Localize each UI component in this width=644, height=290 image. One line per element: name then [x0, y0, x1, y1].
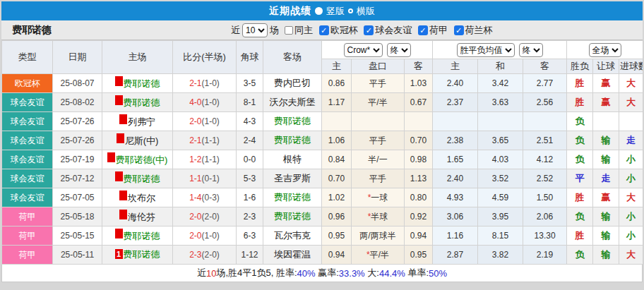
match-date: 25-07-26 [53, 112, 102, 131]
competition-filter[interactable]: ✓荷兰杯 [451, 25, 493, 35]
radio-horizontal-label[interactable]: 横版 [357, 5, 375, 18]
match-count-select[interactable]: 10 [242, 23, 268, 37]
match-date: 25-07-19 [53, 150, 102, 169]
avg-odds-header: 胜平负均值 终 [433, 41, 567, 59]
col-header-result-handicap: 让球 [593, 59, 619, 74]
match-date: 25-05-18 [53, 207, 102, 226]
competition-checkboxes: 同主 ✓欧冠杯 ✓球会友谊 ✓荷甲 ✓荷兰杯 [281, 24, 493, 37]
corner-count: 8-1 [237, 93, 263, 112]
checkbox-icon[interactable]: ✓ [454, 25, 464, 35]
table-row: 球会友谊 25-07-26 尼斯(中) 2-1(1-1) 2-4 费耶诺德 1.… [2, 131, 643, 150]
checkbox-label[interactable]: 欧冠杯 [330, 25, 358, 35]
competition-filter[interactable]: ✓球会友谊 [360, 25, 412, 35]
odds-away: 0.80 [405, 188, 433, 207]
footer-stat-segment: 40% [297, 268, 316, 279]
odds-handicap: 平手 [352, 131, 405, 150]
competition-filter[interactable]: 同主 [281, 25, 313, 35]
avg-away: 2.56 [523, 93, 567, 112]
avg-home: 2.37 [433, 93, 478, 112]
result-goals [619, 112, 643, 131]
odds-home: 1.17 [322, 93, 352, 112]
result-handicap [593, 112, 619, 131]
corner-count: 3-5 [237, 74, 263, 93]
col-header-avg-draw: 和 [478, 59, 523, 74]
result-wdl: 负 [567, 112, 593, 131]
match-type-badge: 球会友谊 [2, 150, 53, 169]
odds-home: 0.96 [322, 207, 352, 226]
table-row: 球会友谊 25-07-26 列弗宁 2-0(1-0) 4-3 费耶诺德 负 [2, 112, 643, 131]
score-cell: 2-0(1-0) [173, 112, 237, 131]
odds-away: 1.03 [405, 74, 433, 93]
summary-footer: 近10场,胜4平1负5, 胜率:40% 赢率:33.3% 大:44.4% 单率:… [1, 265, 643, 282]
avg-draw: 3.65 [478, 131, 523, 150]
result-wdl: 负 [567, 207, 593, 226]
result-goals: 大 [619, 246, 643, 265]
odds-handicap: 平手 [352, 74, 405, 93]
home-team: 费耶诺德 [102, 226, 173, 246]
checkbox-label[interactable]: 球会友谊 [375, 25, 412, 35]
away-team: 根特 [263, 150, 322, 169]
home-team: 费耶诺德(中) [102, 150, 173, 169]
odds-stage-select[interactable]: 终 [387, 43, 411, 57]
checkbox-label[interactable]: 荷兰杯 [465, 25, 493, 35]
avg-away: 2.77 [523, 74, 567, 93]
competition-filter[interactable]: ✓荷甲 [415, 25, 448, 35]
avg-away: 4.12 [523, 150, 567, 169]
radio-vertical-label[interactable]: 竖版 [326, 5, 345, 18]
home-team: 费耶诺德 [102, 169, 173, 188]
half-time-score: (1-1) [202, 135, 220, 145]
rank-badge: 1 [115, 249, 123, 259]
home-team: 费耶诺德 [102, 93, 173, 112]
avg-draw: 3.42 [478, 74, 523, 93]
rank-badge [117, 133, 124, 143]
rank-badge [115, 171, 123, 181]
checkbox-label[interactable]: 同主 [294, 25, 313, 35]
avg-home: 1.65 [433, 150, 478, 169]
odds-source-select[interactable]: Crow* [344, 43, 383, 57]
competition-filter[interactable]: ✓欧冠杯 [316, 25, 358, 35]
result-handicap: 赢 [593, 188, 619, 207]
footer-stat-segment: 10 [206, 268, 216, 279]
odds-handicap: 两/两球半 [352, 226, 405, 246]
odds-handicap: *一球 [352, 188, 405, 207]
away-team: 费耶诺德 [263, 207, 322, 226]
match-date: 25-08-02 [53, 93, 102, 112]
match-date: 25-07-05 [53, 188, 102, 207]
scope-select[interactable]: 全场 [589, 43, 621, 57]
checkbox-label[interactable]: 荷甲 [429, 25, 448, 35]
result-handicap: 输 [593, 246, 619, 265]
col-header-odds-away: 客 [405, 59, 433, 74]
radio-horizontal-icon[interactable] [348, 8, 353, 13]
checkbox-icon[interactable]: ✓ [364, 25, 374, 35]
checkbox-icon[interactable]: ✓ [319, 25, 329, 35]
checkbox-icon[interactable] [285, 26, 293, 35]
match-type-badge: 荷甲 [2, 226, 53, 246]
avg-home [433, 112, 478, 131]
result-handicap: 输 [593, 207, 619, 226]
match-type-badge: 荷甲 [2, 246, 53, 265]
avg-home: 2.40 [433, 169, 478, 188]
corner-count: 4-3 [237, 112, 263, 131]
full-time-score: 2-0 [189, 212, 201, 222]
odds-handicap: *半球 [352, 207, 405, 226]
avg-odds-select[interactable]: 胜平负均值 [457, 43, 515, 57]
away-team: 费耶诺德 [263, 188, 322, 207]
away-team: 费耶诺德 [263, 112, 322, 131]
team-name-heading: 费耶诺德 [1, 24, 231, 37]
odds-home: 0.70 [322, 169, 352, 188]
odds-away: 0.94 [405, 226, 433, 246]
footer-stat-segment: 大: [365, 267, 379, 279]
col-header-avg-home: 主 [433, 59, 478, 74]
result-wdl: 负 [567, 246, 593, 265]
match-type-badge: 荷甲 [2, 207, 53, 226]
results-table-body: 欧冠杯 25-08-07 费耶诺德 2-1(1-0) 3-5 费内巴切 0.86… [2, 74, 643, 265]
footer-stat-segment: 33.3% [339, 268, 365, 279]
radio-vertical-selected-icon[interactable] [315, 7, 323, 15]
result-handicap: 输 [593, 150, 619, 169]
odds-handicap: 平/半 [352, 93, 405, 112]
checkbox-icon[interactable]: ✓ [418, 25, 428, 35]
avg-draw: 3.95 [478, 207, 523, 226]
away-team: 瓦尔韦克 [263, 226, 322, 246]
avg-stage-select[interactable]: 终 [519, 43, 543, 57]
result-goals: 小 [619, 150, 643, 169]
